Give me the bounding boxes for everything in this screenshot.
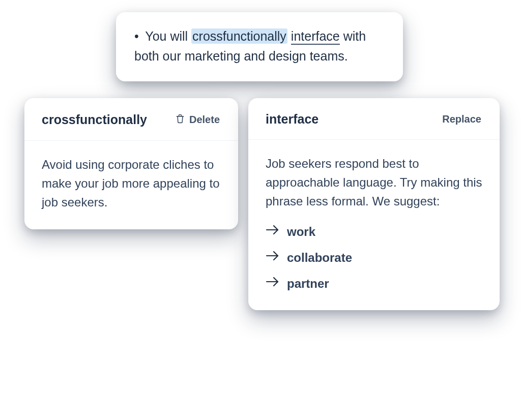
underlined-word[interactable]: interface: [291, 29, 340, 45]
card-header: crossfunctionally Delete: [24, 98, 238, 141]
card-title: crossfunctionally: [42, 112, 147, 127]
delete-label: Delete: [189, 114, 220, 126]
sentence-part-1: You will: [145, 29, 191, 43]
arrow-right-icon: [266, 274, 280, 293]
suggestion-card-replace: interface Replace Job seekers respond be…: [248, 98, 500, 310]
suggestion-item[interactable]: collaborate: [266, 248, 482, 267]
arrow-right-icon: [266, 222, 280, 241]
card-header: interface Replace: [248, 98, 500, 140]
highlighted-word[interactable]: crossfunctionally: [191, 28, 287, 44]
replace-label: Replace: [442, 113, 481, 125]
suggestion-item[interactable]: work: [266, 222, 482, 241]
bullet-icon: •: [134, 29, 139, 43]
suggestion-label: collaborate: [287, 248, 352, 267]
suggestion-card-delete: crossfunctionally Delete Avoid using cor…: [24, 98, 238, 229]
suggestion-label: partner: [287, 274, 329, 293]
suggestion-label: work: [287, 222, 315, 241]
suggestion-item[interactable]: partner: [266, 274, 482, 293]
card-body-text: Avoid using corporate cliches to make yo…: [24, 141, 238, 229]
sentence-space: [287, 29, 291, 43]
sentence-text: • You will crossfunctionally interface w…: [134, 29, 366, 63]
card-body: Job seekers respond best to approachable…: [248, 140, 500, 310]
replace-button[interactable]: Replace: [441, 111, 482, 127]
card-body-text: Job seekers respond best to approachable…: [266, 154, 482, 211]
suggestion-list: work collaborate partner: [266, 222, 482, 293]
delete-button[interactable]: Delete: [174, 111, 221, 128]
trash-icon: [175, 113, 185, 126]
arrow-right-icon: [266, 248, 280, 267]
card-title: interface: [266, 112, 319, 127]
sentence-card: • You will crossfunctionally interface w…: [116, 12, 403, 81]
